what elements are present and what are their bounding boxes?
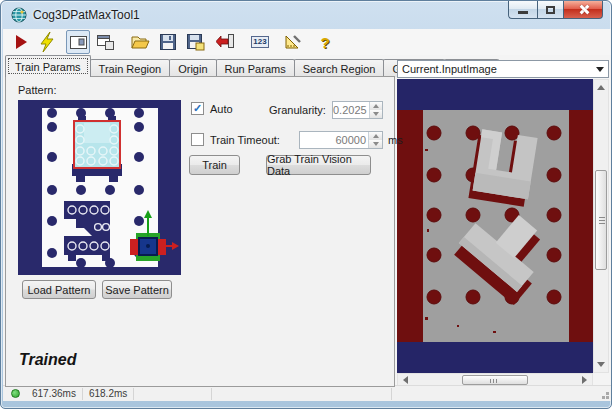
minimize-icon [518, 11, 528, 14]
grab-train-vision-data-button[interactable]: Grab Train Vision Data [266, 155, 371, 175]
help-icon[interactable]: ? [313, 30, 337, 54]
maximize-button[interactable] [537, 1, 564, 19]
toolbar: 123 ? [3, 29, 611, 55]
pattern-label: Pattern: [18, 84, 57, 96]
tool-time-value: 618.2ms [83, 388, 134, 400]
train-timeout-checkbox[interactable] [191, 133, 204, 146]
run-icon[interactable] [9, 30, 33, 54]
save-image-icon[interactable] [184, 30, 208, 54]
save-file-icon[interactable] [156, 30, 180, 54]
float-window-icon[interactable] [93, 30, 117, 54]
reset-icon[interactable] [213, 30, 237, 54]
tab-train-params[interactable]: Train Params [5, 55, 91, 77]
image-selector-value: Current.InputImage [398, 63, 592, 75]
auto-label: Auto [210, 103, 233, 115]
vertical-scroll-thumb[interactable] [595, 170, 607, 270]
status-dot-green [11, 389, 20, 398]
timeout-unit-label: ms [388, 134, 403, 146]
resize-grip[interactable] [599, 389, 609, 399]
close-icon [578, 4, 589, 15]
image-display-panel: Current.InputImage [397, 60, 609, 387]
window-title: Cog3DPatMaxTool1 [33, 8, 140, 22]
train-params-page: Pattern: [5, 76, 395, 387]
results-numbers-icon[interactable]: 123 [248, 30, 272, 54]
minimize-button[interactable] [508, 1, 537, 19]
granularity-field[interactable]: 0.2025 [332, 101, 383, 119]
timeout-field[interactable]: 60000 [299, 131, 383, 149]
train-timeout-label: Train Timeout: [210, 134, 280, 146]
open-file-icon[interactable] [128, 30, 152, 54]
image-selector-combobox[interactable]: Current.InputImage [397, 60, 609, 78]
cog3dpatmaxtool-window: Cog3DPatMaxTool1 [0, 0, 612, 409]
app-icon [11, 7, 27, 23]
granularity-spinner[interactable] [369, 102, 382, 118]
measure-icon[interactable] [281, 30, 305, 54]
scroll-down-icon[interactable] [594, 357, 608, 372]
status-bar: 617.36ms 618.2ms [3, 385, 611, 401]
pattern-image [18, 100, 181, 275]
vertical-scrollbar[interactable] [593, 79, 609, 373]
title-bar[interactable]: Cog3DPatMaxTool1 [1, 1, 611, 29]
horizontal-scroll-thumb[interactable] [462, 375, 528, 385]
tab-train-region[interactable]: Train Region [90, 59, 171, 77]
auto-checkbox[interactable] [191, 102, 204, 115]
electric-trigger-icon[interactable] [35, 30, 59, 54]
client-area: 123 ? Train Params Train Region Origin R… [3, 29, 611, 401]
load-pattern-button[interactable]: Load Pattern [22, 280, 96, 299]
timeout-spinner[interactable] [368, 132, 382, 148]
save-pattern-button[interactable]: Save Pattern [102, 280, 172, 299]
chevron-down-icon [592, 67, 608, 72]
image-display-toggle-icon[interactable] [66, 30, 90, 54]
granularity-label: Granularity: [269, 104, 326, 116]
train-button[interactable]: Train [189, 155, 240, 175]
run-time-value: 617.36ms [26, 388, 83, 400]
tab-run-params[interactable]: Run Params [216, 59, 295, 77]
tab-origin[interactable]: Origin [169, 59, 216, 77]
close-button[interactable] [564, 1, 603, 19]
trained-status-text: Trained [19, 351, 77, 369]
input-image-view[interactable] [397, 79, 593, 373]
tab-search-region[interactable]: Search Region [294, 59, 385, 77]
maximize-icon [546, 6, 555, 14]
scroll-up-icon[interactable] [594, 80, 608, 95]
